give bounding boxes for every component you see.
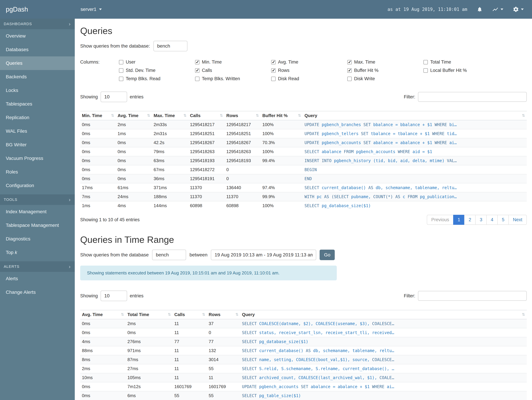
query-link[interactable]: SELECT COALESCE(datname, $2), COALESCE(u… [242, 321, 394, 326]
column-option-min-time[interactable]: Min. Time [195, 59, 271, 65]
column-option-calls[interactable]: Calls [195, 68, 271, 73]
column-header-rows[interactable]: Rows⇅ [225, 111, 261, 120]
query-link[interactable]: SELECT name, setting, COALESCE(boot_val,… [242, 357, 394, 362]
sidebar-section-dashboards[interactable]: DASHBOARDS› [0, 19, 75, 29]
sidebar-item-configuration[interactable]: Configuration [0, 179, 75, 192]
pagination-previous[interactable]: Previous [427, 215, 454, 225]
column-checkbox[interactable] [271, 60, 276, 64]
settings-menu-button[interactable] [513, 6, 524, 13]
database-input[interactable] [153, 41, 187, 51]
sidebar-item-backends[interactable]: Backends [0, 70, 75, 84]
sidebar-item-overview[interactable]: Overview [0, 29, 75, 43]
server-selector[interactable]: server1 [81, 7, 102, 12]
column-header-max-time[interactable]: Max. Time⇅ [152, 111, 188, 120]
sidebar-item-databases[interactable]: Databases [0, 43, 75, 57]
column-checkbox[interactable] [195, 60, 199, 64]
column-checkbox[interactable] [195, 68, 199, 73]
query-link[interactable]: UPDATE pgbench_accounts SET abalance = a… [242, 384, 394, 389]
query-link[interactable]: SELECT current_database() AS db, scheman… [242, 348, 394, 353]
query-link[interactable]: SELECT status, receive_start_lsn, receiv… [242, 330, 394, 335]
column-checkbox[interactable] [347, 77, 352, 81]
filter-input[interactable] [418, 92, 527, 102]
column-option-std-dev-time[interactable]: Std. Dev. Time [119, 68, 195, 73]
column-checkbox[interactable] [347, 68, 352, 73]
column-checkbox[interactable] [119, 77, 123, 81]
pagination-page-5[interactable]: 5 [497, 215, 509, 225]
sidebar-item-bg-writer[interactable]: BG Writer [0, 138, 75, 152]
query-link[interactable]: SELECT pg_database_size($1) [304, 203, 371, 208]
column-header-min-time[interactable]: Min. Time⇅ [80, 111, 116, 120]
column-header-total-time[interactable]: Total Time⇅ [126, 310, 173, 319]
go-button[interactable]: Go [320, 250, 335, 260]
column-option-user[interactable]: User [119, 59, 195, 65]
column-checkbox[interactable] [271, 68, 276, 73]
query-link[interactable]: UPDATE pgbench_tellers SET tbalance = tb… [304, 131, 457, 136]
query-link[interactable]: SELECT pg_database_size($1) [242, 339, 308, 344]
column-option-max-time[interactable]: Max. Time [347, 59, 424, 65]
date-range-input[interactable] [211, 250, 316, 260]
column-option-temp-blks-written[interactable]: Temp Blks. Written [195, 76, 271, 81]
sidebar-item-top-k[interactable]: Top k [0, 246, 75, 259]
sidebar-item-queries[interactable]: Queries [0, 57, 75, 70]
sidebar-item-alerts[interactable]: Alerts [0, 272, 75, 286]
query-link[interactable]: SELECT abalance FROM pgbench_accounts WH… [304, 149, 432, 154]
column-header-avg-time[interactable]: Avg. Time⇅ [116, 111, 152, 120]
column-header-calls[interactable]: Calls⇅ [173, 310, 207, 319]
sidebar-item-locks[interactable]: Locks [0, 84, 75, 97]
column-header-buffer-hit[interactable]: Buffer Hit %⇅ [261, 111, 303, 120]
query-link[interactable]: END [304, 176, 312, 181]
column-header-calls[interactable]: Calls⇅ [188, 111, 225, 120]
column-header-query[interactable]: Query⇅ [303, 111, 527, 120]
column-option-disk-read[interactable]: Disk Read [271, 76, 347, 81]
query-link[interactable]: SELECT S.relid, S.schemaname, S.relname,… [242, 366, 394, 371]
database-input[interactable] [152, 250, 186, 260]
column-checkbox[interactable] [119, 60, 123, 64]
query-link[interactable]: SELECT pg_table_size($1) [242, 393, 301, 398]
column-checkbox[interactable] [195, 77, 199, 81]
column-option-buffer-hit[interactable]: Buffer Hit % [347, 68, 424, 73]
sidebar-item-diagnostics[interactable]: Diagnostics [0, 232, 75, 246]
app-logo[interactable]: pgDash [0, 6, 75, 13]
column-option-local-buffer-hit[interactable]: Local Buffer Hit % [424, 68, 500, 73]
sidebar-section-tools[interactable]: TOOLS› [0, 194, 75, 205]
sidebar-item-index-management[interactable]: Index Management [0, 205, 75, 219]
pagination-page-4[interactable]: 4 [486, 215, 498, 225]
query-link[interactable]: UPDATE pgbench_branches SET bbalance = b… [304, 122, 457, 127]
column-checkbox[interactable] [271, 77, 276, 81]
query-link[interactable]: INSERT INTO pgbench_history (tid, bid, a… [304, 158, 457, 163]
sidebar-item-vacuum-progress[interactable]: Vacuum Progress [0, 152, 75, 165]
page-size-input[interactable] [101, 92, 127, 102]
pagination-page-3[interactable]: 3 [475, 215, 487, 225]
column-option-temp-blks-read[interactable]: Temp Blks. Read [119, 76, 195, 81]
column-checkbox[interactable] [347, 60, 352, 64]
column-header-avg-time[interactable]: Avg. Time⇅ [80, 310, 126, 319]
column-option-avg-time[interactable]: Avg. Time [271, 59, 347, 65]
pagination-page-1[interactable]: 1 [453, 215, 465, 225]
page-size-input[interactable] [101, 291, 127, 301]
sidebar-item-wal-files[interactable]: WAL Files [0, 124, 75, 138]
query-link[interactable]: SELECT current_database() AS db, scheman… [304, 185, 457, 190]
column-option-rows[interactable]: Rows [271, 68, 347, 73]
sidebar-section-alerts[interactable]: ALERTS› [0, 261, 75, 272]
sidebar-item-change-alerts[interactable]: Change Alerts [0, 286, 75, 299]
column-header-query[interactable]: Query⇅ [240, 310, 527, 319]
column-option-disk-write[interactable]: Disk Write [347, 76, 424, 81]
column-option-total-time[interactable]: Total Time [424, 59, 500, 65]
pagination-page-2[interactable]: 2 [464, 215, 475, 225]
column-checkbox[interactable] [424, 68, 428, 73]
column-checkbox[interactable] [119, 68, 123, 73]
filter-input[interactable] [418, 291, 527, 301]
sidebar-item-roles[interactable]: Roles [0, 165, 75, 179]
sidebar-item-replication[interactable]: Replication [0, 111, 75, 124]
query-link[interactable]: UPDATE pgbench_accounts SET abalance = a… [304, 140, 457, 145]
pagination-next[interactable]: Next [508, 215, 527, 225]
query-link[interactable]: BEGIN [304, 167, 317, 172]
query-link[interactable]: SELECT archived_count, COALESCE(last_arc… [242, 375, 394, 380]
query-link[interactable]: WITH pc AS (SELECT pubname, COUNT(*) AS … [304, 194, 457, 199]
column-header-rows[interactable]: Rows⇅ [207, 310, 240, 319]
sidebar-item-tablespace-management[interactable]: Tablespace Management [0, 219, 75, 232]
charts-menu-button[interactable] [492, 6, 503, 13]
column-checkbox[interactable] [424, 60, 428, 64]
notifications-button[interactable] [477, 6, 482, 12]
sidebar-item-tablespaces[interactable]: Tablespaces [0, 97, 75, 111]
